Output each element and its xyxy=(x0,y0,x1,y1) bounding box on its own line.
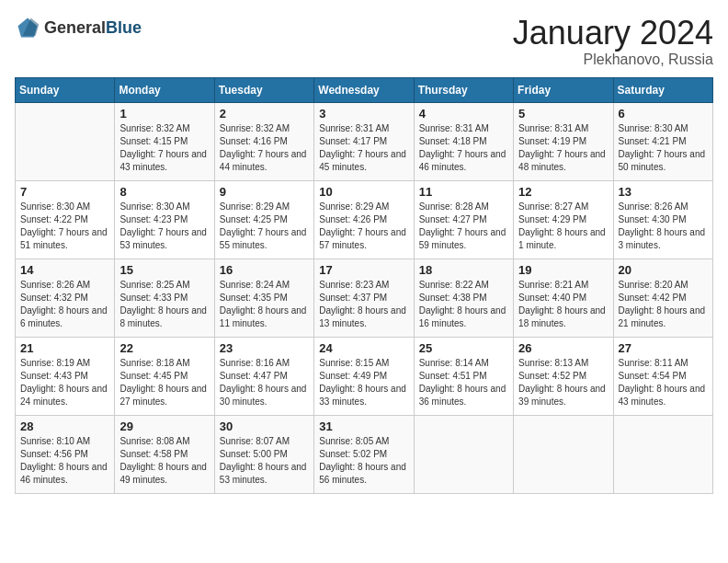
logo-icon xyxy=(15,15,40,40)
day-number: 23 xyxy=(220,341,309,355)
day-number: 17 xyxy=(319,263,408,277)
day-info: Sunrise: 8:31 AMSunset: 4:18 PMDaylight:… xyxy=(419,122,508,174)
weekday-header-tuesday: Tuesday xyxy=(214,77,313,102)
calendar-cell: 21Sunrise: 8:19 AMSunset: 4:43 PMDayligh… xyxy=(16,337,115,415)
weekday-header-saturday: Saturday xyxy=(613,77,712,102)
weekday-header-friday: Friday xyxy=(514,77,613,102)
title-block: January 2024 Plekhanovo, Russia xyxy=(513,15,713,68)
day-info: Sunrise: 8:26 AMSunset: 4:32 PMDaylight:… xyxy=(20,279,109,330)
calendar-cell: 4Sunrise: 8:31 AMSunset: 4:18 PMDaylight… xyxy=(414,102,513,180)
day-info: Sunrise: 8:23 AMSunset: 4:37 PMDaylight:… xyxy=(319,279,408,330)
weekday-header-sunday: Sunday xyxy=(16,77,115,102)
calendar-cell: 28Sunrise: 8:10 AMSunset: 4:56 PMDayligh… xyxy=(16,415,115,493)
month-title: January 2024 xyxy=(513,15,713,52)
calendar-cell: 29Sunrise: 8:08 AMSunset: 4:58 PMDayligh… xyxy=(115,415,214,493)
day-number: 6 xyxy=(619,107,708,121)
calendar-cell xyxy=(16,102,115,180)
day-info: Sunrise: 8:31 AMSunset: 4:19 PMDaylight:… xyxy=(518,122,608,174)
calendar-table: SundayMondayTuesdayWednesdayThursdayFrid… xyxy=(15,77,713,494)
day-number: 24 xyxy=(319,341,408,355)
calendar-cell xyxy=(613,415,712,493)
day-info: Sunrise: 8:11 AMSunset: 4:54 PMDaylight:… xyxy=(619,357,708,408)
calendar-cell: 11Sunrise: 8:28 AMSunset: 4:27 PMDayligh… xyxy=(414,180,513,259)
day-info: Sunrise: 8:19 AMSunset: 4:43 PMDaylight:… xyxy=(20,357,109,408)
day-number: 31 xyxy=(319,419,408,433)
day-number: 27 xyxy=(619,341,708,355)
calendar-cell: 31Sunrise: 8:05 AMSunset: 5:02 PMDayligh… xyxy=(314,415,414,493)
week-row-5: 28Sunrise: 8:10 AMSunset: 4:56 PMDayligh… xyxy=(16,415,713,493)
day-number: 2 xyxy=(220,107,309,121)
day-info: Sunrise: 8:21 AMSunset: 4:40 PMDaylight:… xyxy=(518,279,608,330)
week-row-2: 7Sunrise: 8:30 AMSunset: 4:22 PMDaylight… xyxy=(16,180,713,259)
day-number: 7 xyxy=(20,185,109,199)
calendar-cell: 1Sunrise: 8:32 AMSunset: 4:15 PMDaylight… xyxy=(115,102,214,180)
calendar-cell: 13Sunrise: 8:26 AMSunset: 4:30 PMDayligh… xyxy=(613,180,712,259)
calendar-cell: 8Sunrise: 8:30 AMSunset: 4:23 PMDaylight… xyxy=(115,180,214,259)
calendar-cell: 20Sunrise: 8:20 AMSunset: 4:42 PMDayligh… xyxy=(613,259,712,337)
day-number: 19 xyxy=(518,263,608,277)
calendar-cell: 14Sunrise: 8:26 AMSunset: 4:32 PMDayligh… xyxy=(16,259,115,337)
calendar-cell: 10Sunrise: 8:29 AMSunset: 4:26 PMDayligh… xyxy=(314,180,414,259)
weekday-header-monday: Monday xyxy=(115,77,214,102)
day-info: Sunrise: 8:13 AMSunset: 4:52 PMDaylight:… xyxy=(518,357,608,408)
calendar-cell: 16Sunrise: 8:24 AMSunset: 4:35 PMDayligh… xyxy=(214,259,313,337)
day-info: Sunrise: 8:07 AMSunset: 5:00 PMDaylight:… xyxy=(220,435,309,487)
day-info: Sunrise: 8:15 AMSunset: 4:49 PMDaylight:… xyxy=(319,357,408,408)
weekday-header-row: SundayMondayTuesdayWednesdayThursdayFrid… xyxy=(16,77,713,102)
logo-blue: Blue xyxy=(106,18,142,37)
day-number: 8 xyxy=(119,185,209,199)
day-info: Sunrise: 8:29 AMSunset: 4:25 PMDaylight:… xyxy=(220,201,309,252)
day-info: Sunrise: 8:27 AMSunset: 4:29 PMDaylight:… xyxy=(518,201,608,252)
day-number: 14 xyxy=(20,263,109,277)
logo: GeneralBlue xyxy=(15,15,142,40)
week-row-1: 1Sunrise: 8:32 AMSunset: 4:15 PMDaylight… xyxy=(16,102,713,180)
day-number: 12 xyxy=(518,185,608,199)
day-number: 30 xyxy=(220,419,309,433)
day-number: 13 xyxy=(619,185,708,199)
logo-general: General xyxy=(44,18,106,37)
calendar-cell: 15Sunrise: 8:25 AMSunset: 4:33 PMDayligh… xyxy=(115,259,214,337)
calendar-cell: 30Sunrise: 8:07 AMSunset: 5:00 PMDayligh… xyxy=(214,415,313,493)
day-number: 1 xyxy=(119,107,209,121)
day-info: Sunrise: 8:28 AMSunset: 4:27 PMDaylight:… xyxy=(419,201,508,252)
day-number: 21 xyxy=(20,341,109,355)
day-number: 9 xyxy=(220,185,309,199)
day-info: Sunrise: 8:30 AMSunset: 4:21 PMDaylight:… xyxy=(619,122,708,174)
day-info: Sunrise: 8:24 AMSunset: 4:35 PMDaylight:… xyxy=(220,279,309,330)
day-info: Sunrise: 8:30 AMSunset: 4:22 PMDaylight:… xyxy=(20,201,109,252)
day-number: 22 xyxy=(119,341,209,355)
calendar-cell: 3Sunrise: 8:31 AMSunset: 4:17 PMDaylight… xyxy=(314,102,414,180)
day-number: 29 xyxy=(119,419,209,433)
logo-text: GeneralBlue xyxy=(44,18,142,38)
day-number: 5 xyxy=(518,107,608,121)
day-number: 11 xyxy=(419,185,508,199)
calendar-cell: 24Sunrise: 8:15 AMSunset: 4:49 PMDayligh… xyxy=(314,337,414,415)
day-info: Sunrise: 8:08 AMSunset: 4:58 PMDaylight:… xyxy=(119,435,209,487)
calendar-cell: 2Sunrise: 8:32 AMSunset: 4:16 PMDaylight… xyxy=(214,102,313,180)
day-number: 28 xyxy=(20,419,109,433)
calendar-cell: 23Sunrise: 8:16 AMSunset: 4:47 PMDayligh… xyxy=(214,337,313,415)
location-title: Plekhanovo, Russia xyxy=(513,52,713,68)
day-info: Sunrise: 8:32 AMSunset: 4:15 PMDaylight:… xyxy=(119,122,209,174)
day-info: Sunrise: 8:14 AMSunset: 4:51 PMDaylight:… xyxy=(419,357,508,408)
calendar-cell: 18Sunrise: 8:22 AMSunset: 4:38 PMDayligh… xyxy=(414,259,513,337)
weekday-header-wednesday: Wednesday xyxy=(314,77,414,102)
calendar-cell: 17Sunrise: 8:23 AMSunset: 4:37 PMDayligh… xyxy=(314,259,414,337)
day-number: 4 xyxy=(419,107,508,121)
day-number: 26 xyxy=(518,341,608,355)
day-info: Sunrise: 8:10 AMSunset: 4:56 PMDaylight:… xyxy=(20,435,109,487)
day-info: Sunrise: 8:30 AMSunset: 4:23 PMDaylight:… xyxy=(119,201,209,252)
calendar-cell xyxy=(514,415,613,493)
calendar-cell: 7Sunrise: 8:30 AMSunset: 4:22 PMDaylight… xyxy=(16,180,115,259)
calendar-cell: 27Sunrise: 8:11 AMSunset: 4:54 PMDayligh… xyxy=(613,337,712,415)
day-number: 10 xyxy=(319,185,408,199)
week-row-4: 21Sunrise: 8:19 AMSunset: 4:43 PMDayligh… xyxy=(16,337,713,415)
calendar-cell: 6Sunrise: 8:30 AMSunset: 4:21 PMDaylight… xyxy=(613,102,712,180)
day-info: Sunrise: 8:26 AMSunset: 4:30 PMDaylight:… xyxy=(619,201,708,252)
day-info: Sunrise: 8:29 AMSunset: 4:26 PMDaylight:… xyxy=(319,201,408,252)
day-info: Sunrise: 8:31 AMSunset: 4:17 PMDaylight:… xyxy=(319,122,408,174)
day-info: Sunrise: 8:25 AMSunset: 4:33 PMDaylight:… xyxy=(119,279,209,330)
calendar-cell: 19Sunrise: 8:21 AMSunset: 4:40 PMDayligh… xyxy=(514,259,613,337)
day-info: Sunrise: 8:22 AMSunset: 4:38 PMDaylight:… xyxy=(419,279,508,330)
weekday-header-thursday: Thursday xyxy=(414,77,513,102)
